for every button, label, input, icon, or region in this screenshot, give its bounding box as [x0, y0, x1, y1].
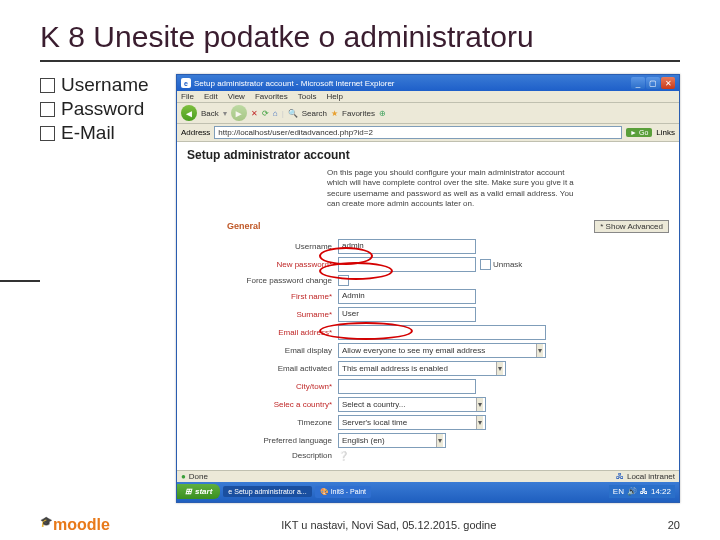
title-rule	[40, 60, 680, 62]
windows-taskbar: ⊞ start e Setup administrator a... 🎨 Ini…	[177, 482, 679, 502]
show-advanced-button[interactable]: * Show Advanced	[594, 220, 669, 233]
bullet-item: Password	[40, 98, 170, 120]
input-surname[interactable]: User	[338, 307, 476, 322]
system-tray: EN 🔊 🖧 14:22	[609, 485, 675, 498]
tray-time: 14:22	[651, 487, 671, 496]
select-emailactivated[interactable]: This email address is enabled	[338, 361, 506, 376]
minimize-button[interactable]: _	[631, 77, 645, 89]
stop-icon[interactable]: ✕	[251, 109, 258, 118]
label-surname: Surname*	[227, 310, 338, 319]
bullet-label: Password	[61, 98, 144, 120]
label-emaildisplay: Email display	[227, 346, 338, 355]
input-city[interactable]	[338, 379, 476, 394]
home-icon[interactable]: ⌂	[273, 109, 278, 118]
label-city: City/town*	[227, 382, 338, 391]
search-label: Search	[302, 109, 327, 118]
ie-status-bar: ● Done 🖧 Local intranet	[177, 470, 679, 482]
page-number: 20	[668, 519, 680, 531]
label-username: Username	[227, 242, 338, 251]
paint-icon: 🎨	[320, 488, 329, 496]
status-done: Done	[189, 472, 208, 481]
links-label: Links	[656, 128, 675, 137]
taskbar-item[interactable]: e Setup administrator a...	[223, 486, 311, 497]
menu-edit[interactable]: Edit	[204, 92, 218, 101]
intranet-icon: 🖧	[616, 472, 624, 481]
unmask-label: Unmask	[493, 260, 522, 269]
tray-network-icon[interactable]: 🖧	[640, 487, 648, 496]
done-icon: ●	[181, 472, 186, 481]
menu-view[interactable]: View	[228, 92, 245, 101]
favorites-icon[interactable]: ★	[331, 109, 338, 118]
tray-volume-icon[interactable]: 🔊	[627, 487, 637, 496]
menu-file[interactable]: File	[181, 92, 194, 101]
address-input[interactable]: http://localhost/user/editadvanced.php?i…	[214, 126, 622, 139]
refresh-icon[interactable]: ⟳	[262, 109, 269, 118]
window-title: Setup administrator account - Microsoft …	[194, 79, 395, 88]
tray-lang[interactable]: EN	[613, 487, 624, 496]
close-button[interactable]: ✕	[661, 77, 675, 89]
label-emailactivated: Email activated	[227, 364, 338, 373]
input-username[interactable]: admin	[338, 239, 476, 254]
side-rule	[0, 280, 40, 282]
ie-title-bar: e Setup administrator account - Microsof…	[177, 75, 679, 91]
moodle-logo: 🎓 moodle	[40, 516, 110, 534]
ie-icon: e	[228, 488, 232, 495]
checkbox-icon	[40, 102, 55, 117]
favorites-label: Favorites	[342, 109, 375, 118]
select-language[interactable]: English (en)	[338, 433, 446, 448]
history-icon[interactable]: ⊕	[379, 109, 386, 118]
bullet-label: Username	[61, 74, 149, 96]
label-force: Force password change	[227, 276, 338, 285]
ie-toolbar: ◄ Back ▾ ► ✕ ⟳ ⌂ | 🔍 Search ★ Favorites …	[177, 103, 679, 124]
input-email[interactable]	[338, 325, 546, 340]
maximize-button[interactable]: ▢	[646, 77, 660, 89]
label-newpassword: New password*	[227, 260, 338, 269]
bullet-list: Username Password E-Mail	[40, 74, 170, 503]
page-heading: Setup administrator account	[187, 148, 669, 162]
help-icon[interactable]: ❔	[338, 451, 349, 461]
select-country[interactable]: Select a country...	[338, 397, 486, 412]
label-country: Selec a country*	[227, 400, 338, 409]
embedded-screenshot: e Setup administrator account - Microsof…	[176, 74, 680, 503]
menu-tools[interactable]: Tools	[298, 92, 317, 101]
menu-favorites[interactable]: Favorites	[255, 92, 288, 101]
select-timezone[interactable]: Server's local time	[338, 415, 486, 430]
input-newpassword[interactable]	[338, 257, 476, 272]
section-general: General	[227, 221, 261, 231]
taskbar-item[interactable]: 🎨 Init8 - Paint	[315, 486, 371, 498]
slide-footer: 🎓 moodle IKT u nastavi, Novi Sad, 05.12.…	[0, 516, 720, 534]
status-intranet: Local intranet	[627, 472, 675, 481]
label-description: Description	[227, 451, 338, 460]
bullet-label: E-Mail	[61, 122, 115, 144]
start-button[interactable]: ⊞ start	[177, 484, 220, 499]
label-language: Preferred language	[227, 436, 338, 445]
checkbox-icon	[40, 78, 55, 93]
bullet-item: E-Mail	[40, 122, 170, 144]
ie-menu-bar: File Edit View Favorites Tools Help	[177, 91, 679, 103]
address-label: Address	[181, 128, 210, 137]
search-icon[interactable]: 🔍	[288, 109, 298, 118]
footer-text: IKT u nastavi, Novi Sad, 05.12.2015. god…	[281, 519, 496, 531]
bullet-item: Username	[40, 74, 170, 96]
select-emaildisplay[interactable]: Allow everyone to see my email address	[338, 343, 546, 358]
label-email: Email address*	[227, 328, 338, 337]
back-label: Back	[201, 109, 219, 118]
grad-cap-icon: 🎓	[40, 516, 52, 527]
slide-title: K 8 Unesite podatke o administratoru	[40, 20, 680, 54]
checkbox-icon	[40, 126, 55, 141]
go-button[interactable]: ► Go	[626, 128, 652, 137]
forward-button[interactable]: ►	[231, 105, 247, 121]
menu-help[interactable]: Help	[326, 92, 342, 101]
page-body: Setup administrator account On this page…	[177, 142, 679, 470]
ie-address-bar: Address http://localhost/user/editadvanc…	[177, 124, 679, 142]
unmask-checkbox[interactable]	[480, 259, 491, 270]
windows-icon: ⊞	[185, 487, 192, 496]
page-description: On this page you should configure your m…	[327, 168, 587, 210]
label-firstname: First name*	[227, 292, 338, 301]
ie-window: e Setup administrator account - Microsof…	[176, 74, 680, 503]
force-checkbox[interactable]	[338, 275, 349, 286]
input-firstname[interactable]: Admin	[338, 289, 476, 304]
ie-icon: e	[181, 78, 191, 88]
back-button[interactable]: ◄	[181, 105, 197, 121]
label-timezone: Timezone	[227, 418, 338, 427]
